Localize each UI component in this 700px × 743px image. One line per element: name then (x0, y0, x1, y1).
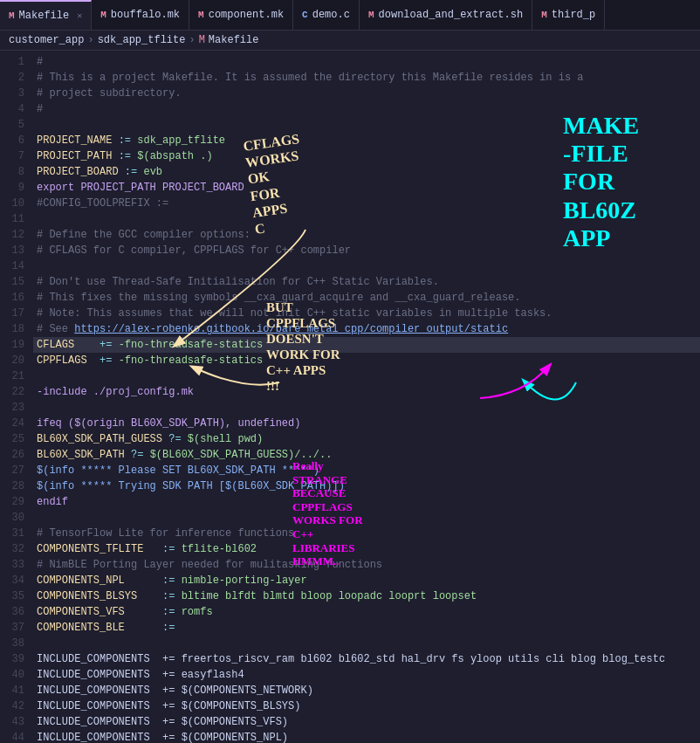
tab-label-bouffalo: bouffalo.mk (111, 9, 180, 21)
breadcrumb-part-2[interactable]: sdk_app_tflite (98, 34, 186, 46)
code-line-18: # See https://alex-robenko.gitbook.io/ba… (33, 321, 700, 337)
tab-icon-download: M (368, 10, 374, 20)
tab-label-makefile: Makefile (19, 10, 70, 22)
code-line-34: COMPONENTS_NPL := nimble-porting-layer (33, 573, 700, 588)
code-line-15: # Don't use Thread-Safe Initialisation f… (33, 274, 700, 290)
code-line-10: #CONFIG_TOOLPREFIX := (33, 196, 700, 211)
tab-icon-component: M (198, 10, 204, 20)
tab-icon-bouffalo: M (100, 10, 106, 20)
tab-icon-third: M (541, 10, 547, 20)
breadcrumb-part-3[interactable]: Makefile (209, 34, 259, 46)
code-line-29: endif (33, 494, 700, 510)
tab-bouffalo[interactable]: M bouffalo.mk (92, 0, 189, 30)
code-line-23 (33, 400, 700, 416)
code-line-9: export PROJECT_PATH PROJECT_BOARD (33, 180, 700, 196)
code-line-27: $(info ***** Please SET BL60X_SDK_PATH *… (33, 463, 700, 478)
tab-bar: M Makefile ✕ M bouffalo.mk M component.m… (0, 0, 700, 31)
breadcrumb-icon-m: M (199, 34, 205, 46)
code-line-24: ifeq ($(origin BL60X_SDK_PATH), undefine… (33, 416, 700, 431)
code-line-26: BL60X_SDK_PATH ?= $(BL60X_SDK_PATH_GUESS… (33, 447, 700, 463)
code-line-3: # project subdirectory. (33, 86, 700, 101)
code-line-1: # (33, 54, 700, 70)
line-numbers: 1234567891011121314151617181920212223242… (0, 54, 33, 743)
code-line-17: # Note: This assumes that we will not in… (33, 306, 700, 321)
code-line-42: INCLUDE_COMPONENTS += $(COMPONENTS_BLSYS… (33, 698, 700, 714)
code-line-28: $(info ***** Trying SDK PATH [$(BL60X_SD… (33, 478, 700, 494)
breadcrumb-part-1[interactable]: customer_app (9, 34, 84, 46)
tab-component[interactable]: M component.mk (189, 0, 293, 30)
code-line-7: PROJECT_PATH := $(abspath .) (33, 148, 700, 164)
code-line-44: INCLUDE_COMPONENTS += $(COMPONENTS_NPL) (33, 730, 700, 743)
code-line-11 (33, 211, 700, 227)
code-area[interactable]: ## This is a project Makefile. It is ass… (33, 54, 700, 743)
code-line-22: -include ./proj_config.mk (33, 384, 700, 400)
code-line-41: INCLUDE_COMPONENTS += $(COMPONENTS_NETWO… (33, 683, 700, 698)
code-line-37: COMPONENTS_BLE := (33, 620, 700, 636)
tab-label-download: download_and_extract.sh (379, 9, 524, 21)
code-line-31: # TensorFlow Lite for inference function… (33, 526, 700, 541)
code-line-14 (33, 258, 700, 274)
code-line-36: COMPONENTS_VFS := romfs (33, 604, 700, 620)
code-line-39: INCLUDE_COMPONENTS += freertos_riscv_ram… (33, 651, 700, 667)
tab-close-makefile[interactable]: ✕ (77, 10, 82, 21)
code-line-35: COMPONENTS_BLSYS := bltime blfdt blmtd b… (33, 588, 700, 604)
breadcrumb: customer_app › sdk_app_tflite › M Makefi… (0, 31, 700, 51)
tab-download[interactable]: M download_and_extract.sh (360, 0, 532, 30)
tab-label-demo: demo.c (312, 9, 350, 21)
tab-label-third: third_p (552, 9, 595, 21)
code-line-38 (33, 636, 700, 651)
code-line-30 (33, 510, 700, 526)
code-line-21 (33, 368, 700, 384)
editor: 1234567891011121314151617181920212223242… (0, 51, 700, 743)
code-line-33: # NimBLE Porting Layer needed for mulita… (33, 557, 700, 573)
code-line-40: INCLUDE_COMPONENTS += easyflash4 (33, 667, 700, 683)
tab-label-component: component.mk (209, 9, 284, 21)
code-line-8: PROJECT_BOARD := evb (33, 164, 700, 180)
code-line-16: # This fixes the missing symbols __cxa_g… (33, 290, 700, 306)
code-line-5 (33, 117, 700, 133)
tab-icon-demo: C (302, 10, 308, 20)
code-line-4: # (33, 101, 700, 117)
code-line-12: # Define the GCC compiler options: (33, 227, 700, 243)
code-line-25: BL60X_SDK_PATH_GUESS ?= $(shell pwd) (33, 431, 700, 447)
code-line-13: # CFLAGS for C compiler, CPPFLAGS for C+… (33, 243, 700, 258)
tab-icon-makefile: M (9, 10, 15, 21)
code-line-6: PROJECT_NAME := sdk_app_tflite (33, 133, 700, 148)
code-line-43: INCLUDE_COMPONENTS += $(COMPONENTS_VFS) (33, 714, 700, 730)
code-line-2: # This is a project Makefile. It is assu… (33, 70, 700, 86)
tab-third[interactable]: M third_p (532, 0, 605, 30)
code-line-32: COMPONENTS_TFLITE := tflite-bl602 (33, 541, 700, 557)
code-line-19: CFLAGS += -fno-threadsafe-statics (33, 337, 700, 353)
code-line-20: CPPFLAGS += -fno-threadsafe-statics (33, 353, 700, 368)
tab-makefile[interactable]: M Makefile ✕ (0, 0, 92, 30)
tab-demo[interactable]: C demo.c (293, 0, 360, 30)
